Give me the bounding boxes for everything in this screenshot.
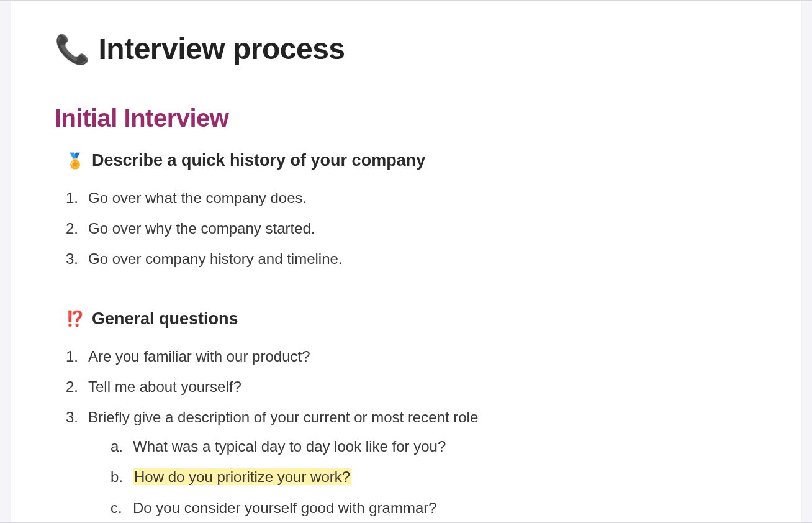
list-item-text: Go over company history and timeline. bbox=[88, 247, 757, 270]
list-item-text: Are you familiar with our product? bbox=[88, 345, 757, 368]
list-item-text: Do you consider yourself good with gramm… bbox=[133, 496, 757, 519]
general-questions-list: Are you familiar with our product? Tell … bbox=[66, 341, 757, 523]
document-title: 📞 Interview process bbox=[55, 32, 757, 66]
document-title-text: Interview process bbox=[99, 32, 345, 66]
list-item-text: Go over what the company does. bbox=[88, 186, 757, 209]
list-item: Are you familiar with our product? bbox=[66, 341, 757, 371]
list-item-text: Go over why the company started. bbox=[88, 217, 757, 240]
list-item: Go over what the company does. bbox=[66, 183, 757, 213]
highlighted-text: How do you prioritize your work? bbox=[133, 468, 351, 485]
list-item: Briefly give a description of your curre… bbox=[66, 402, 757, 523]
subsection-company-history: 🏅 Describe a quick history of your compa… bbox=[66, 151, 757, 170]
interrobang-icon: ⁉️ bbox=[66, 311, 84, 326]
list-item: What was a typical day to day look like … bbox=[111, 431, 757, 462]
company-history-list: Go over what the company does. Go over w… bbox=[66, 183, 757, 275]
medal-icon: 🏅 bbox=[66, 153, 84, 168]
list-item-text: Briefly give a description of your curre… bbox=[88, 406, 757, 523]
subsection-general-questions: ⁉️ General questions bbox=[66, 309, 757, 329]
list-item: How do you prioritize your work? bbox=[111, 462, 757, 492]
list-item: Go over why the company started. bbox=[66, 213, 757, 243]
list-item: Do you consider yourself good with gramm… bbox=[111, 493, 757, 523]
list-item: Tell me about yourself? bbox=[66, 371, 757, 402]
list-item-text: Tell me about yourself? bbox=[88, 375, 757, 398]
document-page: 📞 Interview process Initial Interview 🏅 … bbox=[11, 1, 801, 522]
subsection-company-history-text: Describe a quick history of your company bbox=[92, 151, 425, 170]
phone-icon: 📞 bbox=[55, 35, 90, 63]
subsection-general-questions-text: General questions bbox=[92, 309, 238, 329]
list-item-text: How do you prioritize your work? bbox=[133, 465, 757, 488]
list-item-text: What was a typical day to day look like … bbox=[133, 435, 757, 458]
sub-questions-list: What was a typical day to day look like … bbox=[88, 431, 757, 523]
section-heading-initial-interview: Initial Interview bbox=[55, 104, 757, 132]
list-item-inner-text: Briefly give a description of your curre… bbox=[88, 409, 478, 425]
list-item: Go over company history and timeline. bbox=[66, 243, 757, 274]
